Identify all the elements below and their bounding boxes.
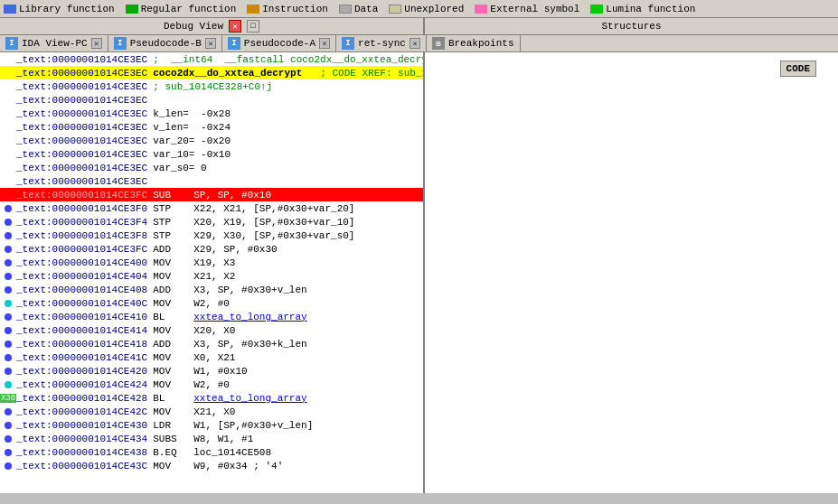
code-line-stp3: _text:00000001014CE3F8 STP X29, X30, [SP… <box>0 229 423 242</box>
code-badge: CODE <box>780 61 816 77</box>
indicator-mov3 <box>2 297 14 310</box>
code-line-mov6: _text:00000001014CE420 MOV W1, #0x10 <box>0 364 423 378</box>
code-line-mov1: _text:00000001014CE400 MOV X19, X3 <box>0 256 423 269</box>
indicator-klen <box>2 107 14 120</box>
legend-instruction-color <box>247 5 259 14</box>
code-line-klen: _text:00000001014CE3EC k_len= -0x28 <box>0 107 423 120</box>
code-line-mov5: _text:00000001014CE41C MOV X0, X21 <box>0 350 423 364</box>
tab-breakpoints[interactable]: ⊞ Breakpoints <box>427 35 521 51</box>
op-bl1[interactable]: xxtea_to_long_array <box>193 312 306 322</box>
op-mov8: X21, X0 <box>193 406 235 417</box>
op-mov6: W1, #0x10 <box>193 366 247 377</box>
code-view[interactable]: _text:00000001014CE3EC ; __int64 __fastc… <box>0 52 423 493</box>
tab-ret-sync[interactable]: I ret-sync ✕ <box>336 35 427 51</box>
tab-row: I IDA View-PC ✕ I Pseudocode-B ✕ I Pseud… <box>0 35 838 52</box>
indicator-e2 <box>2 175 14 188</box>
code-line-mov2: _text:00000001014CE404 MOV X21, X2 <box>0 269 423 283</box>
indicator-add1 <box>2 243 14 256</box>
op-stp1: X22, X21, [SP,#0x30+var_20] <box>193 203 354 214</box>
op-add1: X29, SP, #0x30 <box>193 244 277 255</box>
legend-lumina-color <box>590 5 603 14</box>
tab-pseudocode-b[interactable]: I Pseudocode-B ✕ <box>108 35 222 51</box>
indicator-subs <box>2 433 14 445</box>
code-line-empty2: _text:00000001014CE3EC <box>0 174 423 188</box>
structures-panel-title: Structures <box>425 18 838 34</box>
mnem-mov1: MOV <box>153 257 193 268</box>
tab-pseudo-a-close[interactable]: ✕ <box>319 38 330 49</box>
debug-restore-button[interactable]: □ <box>247 20 259 33</box>
tab-pseudo-b-icon: I <box>114 37 127 50</box>
legend-instruction: Instruction <box>247 4 328 14</box>
tab-ret-sync-icon: I <box>342 37 354 50</box>
tab-ida-icon: I <box>5 37 18 50</box>
debug-close-button[interactable]: ✕ <box>229 20 241 33</box>
code-line-mov7: _text:00000001014CE424 MOV W2, #0 <box>0 378 423 391</box>
code-line-subs: _text:00000001014CE434 SUBS W8, W1, #1 <box>0 432 423 445</box>
code-line-beq: _text:00000001014CE438 B.EQ loc_1014CE50… <box>0 445 423 459</box>
code-line-func-label: _text:00000001014CE3EC coco2dx__do_xxtea… <box>0 66 423 79</box>
indicator-beq <box>2 446 14 459</box>
legend-external-color <box>475 5 487 14</box>
tab-pseudo-b-close[interactable]: ✕ <box>205 38 216 49</box>
mnem-subs: SUBS <box>153 434 193 444</box>
tab-ida-close[interactable]: ✕ <box>91 38 102 49</box>
code-indicator-area: CODE <box>428 56 834 83</box>
code-line-add1: _text:00000001014CE3FC ADD X29, SP, #0x3… <box>0 242 423 256</box>
tab-breakpoints-icon: ⊞ <box>432 37 445 50</box>
indicator-mov6 <box>2 365 14 378</box>
tab-pseudocode-a[interactable]: I Pseudocode-A ✕ <box>222 35 336 51</box>
legend-data-color <box>339 5 352 14</box>
legend-lumina: Lumina function <box>590 4 695 14</box>
op-mov3: W2, #0 <box>193 298 230 309</box>
structures-title-text: Structures <box>601 21 661 32</box>
structures-content: CODE <box>425 52 838 493</box>
indicator-stp2 <box>2 216 14 229</box>
tab-pseudo-a-icon: I <box>228 37 240 50</box>
op-ldr: W1, [SP,#0x30+v_len] <box>193 420 313 431</box>
op-subs: W8, W1, #1 <box>193 434 253 444</box>
indicator-bl1 <box>2 311 14 323</box>
mnem-bl2: BL <box>153 393 193 404</box>
op-add2: X3, SP, #0x30+v_len <box>193 285 306 295</box>
mnem-mov2: MOV <box>153 271 193 282</box>
indicator-stp1 <box>2 202 14 215</box>
mnem-sub: SUB <box>153 190 193 201</box>
tab-ida-view-pc[interactable]: I IDA View-PC ✕ <box>0 35 108 51</box>
indicator-stp3 <box>2 229 14 242</box>
code-line-add3: _text:00000001014CE418 ADD X3, SP, #0x30… <box>0 337 423 350</box>
structures-panel: CODE <box>425 52 838 493</box>
indicator-mov5 <box>2 351 14 364</box>
code-line-mov4: _text:00000001014CE414 MOV X20, X0 <box>0 323 423 337</box>
code-line-sub: ▶ _text:00000001014CE3FC SUB SP, SP, #0x… <box>0 188 423 201</box>
indicator-e1 <box>2 94 14 107</box>
indicator-vlen <box>2 121 14 134</box>
mnem-mov3: MOV <box>153 298 193 309</box>
main-layout: _text:00000001014CE3EC ; __int64 __fastc… <box>0 52 838 493</box>
tab-ret-sync-close[interactable]: ✕ <box>410 38 420 49</box>
legend-library: Library function <box>4 4 115 14</box>
mnem-mov8: MOV <box>153 406 193 417</box>
indicator-mov8 <box>2 406 14 418</box>
code-line-mov3: _text:00000001014CE40C MOV W2, #0 <box>0 296 423 310</box>
mnem-mov5: MOV <box>153 352 193 363</box>
code-line-sub-comment: _text:00000001014CE3EC ; sub_1014CE328+C… <box>0 79 423 93</box>
mnem-ldr: LDR <box>153 420 193 431</box>
indicator-ldr <box>2 419 14 432</box>
code-line-ldr: _text:00000001014CE430 LDR W1, [SP,#0x30… <box>0 418 423 432</box>
debug-panel: _text:00000001014CE3EC ; __int64 __fastc… <box>0 52 425 493</box>
op-bl2[interactable]: xxtea_to_long_array <box>193 393 306 404</box>
code-line-mov8: _text:00000001014CE42C MOV X21, X0 <box>0 405 423 418</box>
indicator-mov4 <box>2 324 14 337</box>
indicator-bl2: X30 <box>2 392 14 405</box>
mnem-stp3: STP <box>153 230 193 241</box>
mnem-beq: B.EQ <box>153 447 193 458</box>
indicator-vars0 <box>2 162 14 174</box>
code-line-mov9: _text:00000001014CE43C MOV W9, #0x34 ; '… <box>0 459 423 472</box>
code-line-add2: _text:00000001014CE408 ADD X3, SP, #0x30… <box>0 283 423 296</box>
code-line-stp2: _text:00000001014CE3F4 STP X20, X19, [SP… <box>0 215 423 229</box>
op-mov1: X19, X3 <box>193 257 235 268</box>
mnem-add2: ADD <box>153 285 193 295</box>
x30-label: X30 <box>0 394 16 403</box>
op-mov2: X21, X2 <box>193 271 235 282</box>
mnem-mov9: MOV <box>153 461 193 471</box>
